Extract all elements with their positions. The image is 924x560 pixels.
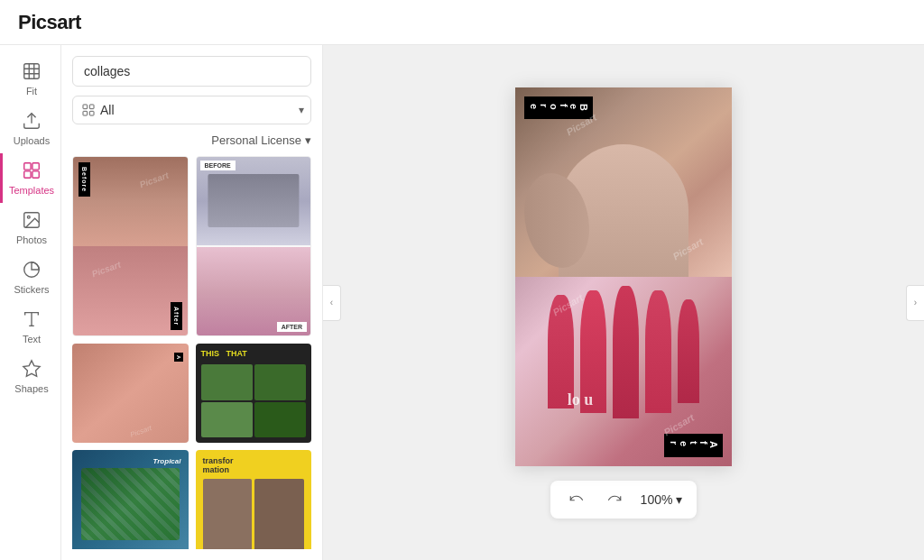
template-card[interactable]: transformation 09.08.2017 09.08.2018	[196, 450, 312, 549]
svg-rect-5	[32, 171, 39, 178]
sidebar-item-label: Photos	[16, 234, 47, 245]
svg-rect-13	[89, 105, 94, 109]
chevron-left-icon: ‹	[330, 298, 333, 308]
app-logo: Picsart	[18, 11, 81, 34]
svg-rect-12	[83, 105, 88, 109]
fit-icon	[22, 61, 42, 83]
undo-button[interactable]	[565, 488, 588, 511]
sidebar-item-label: Fit	[26, 86, 37, 96]
card-title: transformation	[203, 457, 305, 475]
after-tag: After	[664, 434, 723, 457]
photos-icon	[22, 210, 42, 232]
design-canvas[interactable]: Before Picsart Picsart lo u	[515, 87, 732, 466]
canvas-area: ‹ › Before Picsart Pics	[323, 45, 924, 560]
category-select[interactable]: All Instagram Facebook Twitter Pinterest	[72, 96, 311, 124]
svg-marker-11	[23, 361, 40, 376]
collage-design: Before Picsart Picsart lo u	[515, 87, 732, 466]
redo-icon	[606, 491, 623, 508]
svg-rect-3	[32, 163, 39, 170]
undo-icon	[568, 491, 585, 508]
zoom-control[interactable]: 100% ▾	[641, 492, 683, 507]
panel-collapse-handle[interactable]: ‹	[323, 285, 341, 321]
shapes-icon	[22, 359, 42, 381]
filter-row: All Instagram Facebook Twitter Pinterest…	[72, 96, 311, 124]
templates-grid: Before Picsart After Picsart BEFORE	[72, 156, 311, 549]
license-chevron-icon: ▾	[305, 133, 311, 147]
svg-rect-4	[24, 171, 31, 178]
chevron-right-icon: ›	[914, 298, 917, 308]
love-text: lo u	[568, 390, 594, 409]
sidebar-item-label: Stickers	[14, 284, 49, 295]
sidebar-item-label: Shapes	[14, 383, 48, 394]
sidebar-item-shapes[interactable]: Shapes	[0, 352, 60, 401]
template-card[interactable]: BEFORE AFTER	[196, 156, 312, 336]
before-image: Before Picsart Picsart	[515, 87, 732, 277]
sidebar-item-templates[interactable]: Templates	[0, 153, 60, 203]
sidebar-item-label: Templates	[9, 185, 54, 196]
svg-rect-0	[24, 64, 40, 79]
canvas-toolbar: 100% ▾	[550, 481, 698, 519]
license-label: Personal License	[211, 133, 301, 147]
redo-button[interactable]	[603, 488, 626, 511]
sidebar: Fit Uploads Templates Photos Stickers	[0, 45, 61, 560]
stickers-icon	[22, 260, 42, 281]
sidebar-item-photos[interactable]: Photos	[0, 203, 60, 252]
template-card[interactable]: A Picsart	[72, 344, 189, 443]
template-card[interactable]: Tropical	[72, 450, 189, 549]
search-input[interactable]: collages	[72, 56, 311, 87]
template-card[interactable]: Before Picsart After Picsart	[72, 156, 189, 336]
card-title: Tropical	[153, 457, 181, 465]
svg-rect-15	[89, 111, 94, 115]
right-collapse-handle[interactable]: ›	[906, 285, 924, 321]
sidebar-item-uploads[interactable]: Uploads	[0, 104, 60, 153]
text-icon	[22, 309, 42, 331]
license-row[interactable]: Personal License ▾	[72, 133, 311, 147]
svg-rect-2	[24, 163, 31, 170]
sidebar-item-stickers[interactable]: Stickers	[0, 252, 60, 302]
svg-point-7	[27, 216, 30, 218]
sidebar-item-label: Text	[23, 334, 41, 344]
filter-select-wrapper: All Instagram Facebook Twitter Pinterest…	[72, 96, 311, 124]
card-title: THIS THAT	[201, 349, 307, 358]
sidebar-item-label: Uploads	[14, 135, 50, 146]
template-card[interactable]: THIS THAT	[196, 344, 312, 443]
upload-icon	[22, 111, 42, 133]
svg-rect-14	[83, 111, 88, 115]
zoom-value: 100%	[641, 492, 673, 507]
zoom-chevron-icon: ▾	[676, 492, 682, 507]
main-layout: Fit Uploads Templates Photos Stickers	[0, 45, 924, 560]
templates-icon	[22, 161, 42, 182]
after-image: lo u After Picsart Picsart	[515, 277, 732, 466]
templates-panel: collages All Instagram Facebook Twitter	[61, 45, 323, 560]
sidebar-item-text[interactable]: Text	[0, 302, 60, 352]
sidebar-item-fit[interactable]: Fit	[0, 54, 60, 104]
filter-grid-icon	[81, 103, 96, 117]
header: Picsart	[0, 0, 924, 45]
before-tag: Before	[524, 96, 593, 120]
